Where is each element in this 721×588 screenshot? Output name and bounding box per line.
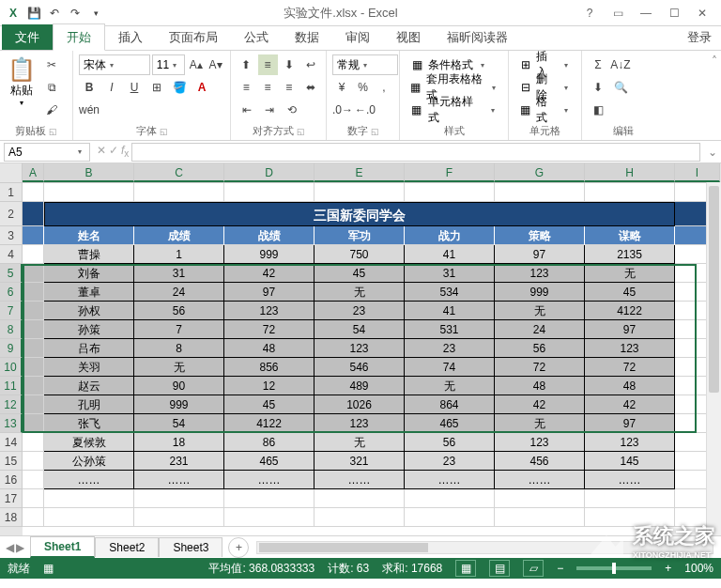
cell[interactable]: 18	[134, 433, 224, 452]
cell[interactable]: 97	[585, 414, 675, 433]
align-right-icon[interactable]: ≡	[280, 77, 299, 98]
undo-icon[interactable]: ↶	[45, 4, 64, 23]
number-format-combo[interactable]: 常规▾	[332, 54, 398, 75]
cell[interactable]: 72	[585, 358, 675, 377]
cell[interactable]: 456	[495, 452, 585, 471]
align-center-icon[interactable]: ≡	[258, 77, 278, 98]
cell[interactable]: 策略	[495, 226, 585, 245]
cell[interactable]: 41	[405, 245, 495, 264]
cell[interactable]: 41	[405, 302, 495, 320]
col-F[interactable]: F	[405, 163, 495, 182]
name-box[interactable]: A5▾	[4, 143, 90, 162]
shrink-font-icon[interactable]: A▾	[207, 54, 224, 75]
maximize-icon[interactable]: ☐	[661, 4, 687, 23]
align-middle-icon[interactable]: ≡	[258, 54, 278, 75]
fill-icon[interactable]: ⬇	[588, 77, 608, 98]
zoom-level[interactable]: 100%	[684, 562, 713, 575]
cell[interactable]	[23, 202, 44, 226]
font-name-combo[interactable]: 宋体▾	[79, 54, 150, 75]
row-17[interactable]: 17	[0, 489, 23, 508]
copy-icon[interactable]: ⧉	[41, 77, 62, 98]
cell[interactable]	[495, 183, 585, 202]
cell[interactable]: 4122	[585, 302, 675, 320]
cell[interactable]: 军功	[314, 226, 405, 245]
cell[interactable]: 56	[134, 302, 224, 320]
zoom-in-icon[interactable]: +	[665, 562, 671, 575]
grow-font-icon[interactable]: A▴	[187, 54, 205, 75]
sheet-nav-prev-icon[interactable]: ◀	[6, 541, 14, 554]
cell[interactable]	[23, 283, 44, 302]
cell[interactable]: 48	[224, 339, 314, 358]
cell[interactable]: 战力	[405, 226, 495, 245]
cell[interactable]: 534	[405, 283, 495, 302]
cell[interactable]: 999	[495, 283, 585, 302]
clipboard-launcher-icon[interactable]: ◱	[49, 127, 57, 136]
sheet-nav-next-icon[interactable]: ▶	[16, 541, 24, 554]
number-launcher-icon[interactable]: ◱	[371, 127, 379, 136]
underline-icon[interactable]: U	[124, 77, 145, 98]
cell[interactable]	[314, 489, 405, 508]
inc-decimal-icon[interactable]: .0→	[332, 100, 353, 120]
cell[interactable]: 7	[134, 320, 224, 339]
cell[interactable]: 无	[495, 302, 585, 320]
cell[interactable]	[44, 489, 134, 508]
cell[interactable]: 97	[495, 245, 585, 264]
row-15[interactable]: 15	[0, 452, 23, 471]
row-6[interactable]: 6	[0, 283, 23, 302]
cell[interactable]	[23, 508, 44, 527]
qat-dropdown-icon[interactable]: ▾	[86, 4, 105, 23]
save-icon[interactable]: 💾	[24, 4, 43, 23]
row-3[interactable]: 3	[0, 226, 23, 245]
cell[interactable]: 无	[585, 264, 675, 283]
zoom-slider[interactable]	[576, 566, 652, 570]
cell[interactable]: 54	[314, 320, 405, 339]
indent-dec-icon[interactable]: ⇤	[237, 100, 257, 120]
clear-icon[interactable]: ◧	[588, 100, 608, 120]
cell[interactable]: 531	[405, 320, 495, 339]
cell[interactable]: 谋略	[585, 226, 675, 245]
row-8[interactable]: 8	[0, 320, 23, 339]
cell[interactable]: 45	[585, 283, 675, 302]
cell[interactable]: 12	[224, 377, 314, 395]
cell[interactable]	[314, 183, 405, 202]
select-all-corner[interactable]	[0, 163, 23, 182]
cell[interactable]	[495, 508, 585, 527]
col-C[interactable]: C	[134, 163, 224, 182]
align-bottom-icon[interactable]: ⬇	[280, 54, 299, 75]
cell[interactable]	[23, 183, 44, 202]
row-12[interactable]: 12	[0, 395, 23, 414]
cell[interactable]: 123	[495, 433, 585, 452]
italic-icon[interactable]: I	[101, 77, 122, 98]
row-1[interactable]: 1	[0, 183, 23, 202]
cell[interactable]: 1	[134, 245, 224, 264]
cell[interactable]: 123	[314, 414, 405, 433]
cell[interactable]	[405, 489, 495, 508]
cell[interactable]: 8	[134, 339, 224, 358]
cell[interactable]: 无	[134, 358, 224, 377]
sheet-tab-1[interactable]: Sheet1	[30, 536, 95, 558]
cell[interactable]: ……	[405, 471, 495, 489]
cell[interactable]: 42	[585, 395, 675, 414]
merge-icon[interactable]: ⬌	[300, 77, 320, 98]
cell[interactable]	[314, 508, 405, 527]
format-button[interactable]: ▦格式▾	[514, 100, 575, 120]
col-B[interactable]: B	[44, 163, 134, 182]
cell[interactable]: 31	[134, 264, 224, 283]
cell[interactable]	[44, 508, 134, 527]
fill-color-icon[interactable]: 🪣	[169, 77, 190, 98]
bold-icon[interactable]: B	[79, 77, 100, 98]
currency-icon[interactable]: ¥	[332, 77, 351, 98]
row-16[interactable]: 16	[0, 471, 23, 489]
cell[interactable]: 2135	[585, 245, 675, 264]
cell[interactable]	[23, 377, 44, 395]
row-10[interactable]: 10	[0, 358, 23, 377]
tab-home[interactable]: 开始	[53, 23, 105, 51]
cell[interactable]: 23	[314, 302, 405, 320]
tab-review[interactable]: 审阅	[332, 24, 383, 50]
cell[interactable]: 公孙策	[44, 452, 134, 471]
cell[interactable]: 321	[314, 452, 405, 471]
sheet-tab-3[interactable]: Sheet3	[159, 537, 222, 557]
cell[interactable]	[224, 183, 314, 202]
align-launcher-icon[interactable]: ◱	[297, 127, 305, 136]
view-normal-icon[interactable]: ▦	[455, 560, 476, 577]
